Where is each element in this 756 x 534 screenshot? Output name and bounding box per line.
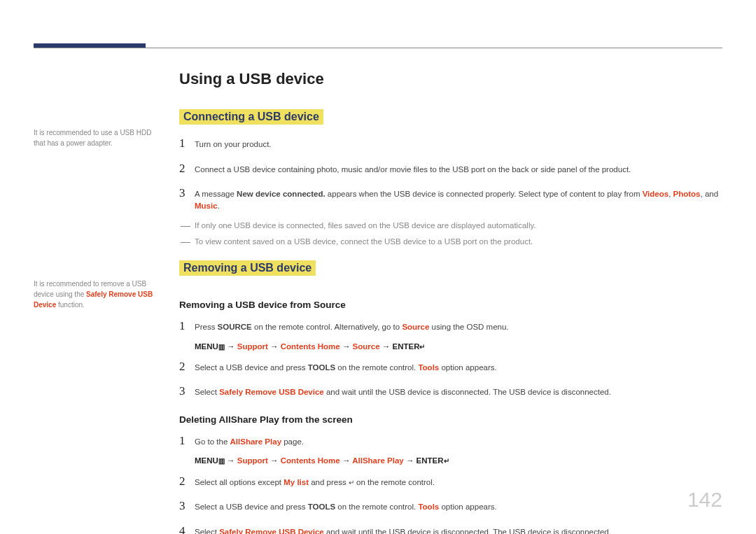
remove-step-1: 1 Press SOURCE on the remote control. Al… xyxy=(179,317,722,335)
nav-arrow: → xyxy=(340,456,352,465)
step-number: 1 xyxy=(179,134,195,153)
delete-step-4: 4 Select Safely Remove USB Device and wa… xyxy=(179,522,722,534)
step-text: Go to the AllShare Play page. xyxy=(195,436,722,448)
step3-bold: New device connected. xyxy=(237,190,326,198)
step-number: 3 xyxy=(179,184,195,202)
nav-allshare: AllShare Play xyxy=(352,456,404,465)
page-number: 142 xyxy=(687,488,722,512)
nav-contents: Contents Home xyxy=(281,342,340,351)
r2-red: Tools xyxy=(418,363,439,372)
d4-pre: Select xyxy=(195,528,219,534)
r2-post: option appears. xyxy=(439,363,496,372)
d1-red: AllShare Play xyxy=(230,437,282,446)
nav-arrow: → xyxy=(225,456,237,465)
r2-mid: on the remote control. xyxy=(335,363,418,372)
step-text: Turn on your product. xyxy=(195,139,722,150)
step-text: Select Safely Remove USB Device and wait… xyxy=(195,526,722,534)
step-number: 2 xyxy=(179,358,195,376)
nav-source: Source xyxy=(353,342,380,351)
remove-step-3: 3 Select Safely Remove USB Device and wa… xyxy=(179,382,722,400)
nav-enter: ENTER xyxy=(393,342,420,351)
step-number: 3 xyxy=(179,497,195,515)
enter-icon: ↵ xyxy=(444,458,449,465)
step3-c2: , and xyxy=(701,190,719,198)
r3-pre: Select xyxy=(195,388,219,396)
d2-mid: and press xyxy=(309,478,349,486)
subheading-removing-from-source: Removing a USB device from Source xyxy=(179,300,722,310)
step-text: Select all options except My list and pr… xyxy=(195,477,722,489)
d4-red: Safely Remove USB Device xyxy=(219,528,324,534)
step-number: 1 xyxy=(179,317,195,335)
nav-contents: Contents Home xyxy=(281,456,340,465)
section-heading-connecting: Connecting a USB device xyxy=(179,109,323,125)
r2-pre: Select a USB device and press xyxy=(195,363,308,372)
nav-support: Support xyxy=(237,342,268,351)
step-number: 3 xyxy=(179,382,195,400)
step-number: 1 xyxy=(179,432,195,450)
enter-icon: ↵ xyxy=(419,343,425,351)
step-text: Select a USB device and press TOOLS on t… xyxy=(195,501,722,513)
enter-icon: ↵ xyxy=(349,479,354,486)
step3-photos: Photos xyxy=(673,190,701,198)
step-number: 2 xyxy=(179,472,195,491)
menu-icon: ▥ xyxy=(218,458,225,465)
r1-post: using the OSD menu. xyxy=(429,323,508,331)
r1-pre: Press xyxy=(195,323,218,331)
nav-arrow: → xyxy=(268,456,281,465)
step3-mid: appears when the USB device is connected… xyxy=(326,190,643,198)
d3-bold: TOOLS xyxy=(308,503,335,511)
delete-step-1: 1 Go to the AllShare Play page. xyxy=(179,432,722,450)
nav-arrow: → xyxy=(268,342,281,351)
d2-red: My list xyxy=(284,478,309,486)
d1-pre: Go to the xyxy=(195,437,230,446)
step3-videos: Videos xyxy=(643,190,669,198)
nav-arrow: → xyxy=(225,342,237,351)
step-text: Connect a USB device containing photo, m… xyxy=(195,164,722,176)
r3-post: and wait until the USB device is disconn… xyxy=(324,388,611,396)
step-number: 2 xyxy=(179,160,195,178)
d3-red: Tools xyxy=(418,503,439,511)
connect-step-3: 3 A message New device connected. appear… xyxy=(179,184,722,213)
step3-pre: A message xyxy=(195,190,237,198)
r1-mid: on the remote control. Alternatively, go… xyxy=(252,323,402,331)
d2-pre: Select all options except xyxy=(195,478,284,486)
note-2: To view content saved on a USB device, c… xyxy=(185,236,722,248)
r1-red: Source xyxy=(402,323,429,331)
menu-icon: ▥ xyxy=(218,343,225,351)
r2-bold: TOOLS xyxy=(308,363,335,372)
step-text: Press SOURCE on the remote control. Alte… xyxy=(195,321,722,333)
d2-post: on the remote control. xyxy=(354,478,435,486)
nav-menu: MENU xyxy=(195,342,218,351)
nav-path-1: MENU▥ → Support → Contents Home → Source… xyxy=(195,342,722,351)
step-text: A message New device connected. appears … xyxy=(195,188,722,213)
delete-step-3: 3 Select a USB device and press TOOLS on… xyxy=(179,497,722,515)
header-rule xyxy=(34,48,722,48)
connect-step-1: 1 Turn on your product. xyxy=(179,134,722,153)
d4-post: and wait until the USB device is disconn… xyxy=(324,528,611,534)
step-text: Select Safely Remove USB Device and wait… xyxy=(195,386,722,398)
delete-step-2: 2 Select all options except My list and … xyxy=(179,472,722,491)
d3-pre: Select a USB device and press xyxy=(195,503,308,511)
nav-arrow: → xyxy=(404,456,416,465)
step-number: 4 xyxy=(179,522,195,534)
r1-bold: SOURCE xyxy=(218,323,252,331)
nav-enter: ENTER xyxy=(416,456,444,465)
step-text: Select a USB device and press TOOLS on t… xyxy=(195,362,722,374)
main-content: Using a USB device Connecting a USB devi… xyxy=(179,70,722,534)
nav-path-2: MENU▥ → Support → Contents Home → AllSha… xyxy=(195,456,722,465)
remove-step-2: 2 Select a USB device and press TOOLS on… xyxy=(179,358,722,376)
nav-arrow: → xyxy=(340,342,353,351)
sidenote-2-post: function. xyxy=(56,301,85,309)
section-heading-removing: Removing a USB device xyxy=(179,260,316,276)
step3-music: Music xyxy=(195,202,218,210)
page-title: Using a USB device xyxy=(179,70,722,88)
r3-red: Safely Remove USB Device xyxy=(219,388,324,396)
nav-arrow: → xyxy=(380,342,393,351)
note-1: If only one USB device is connected, fil… xyxy=(185,220,722,232)
step3-end: . xyxy=(218,202,220,210)
nav-support: Support xyxy=(237,456,268,465)
d3-post: option appears. xyxy=(439,503,496,511)
nav-menu: MENU xyxy=(195,456,218,465)
connect-step-2: 2 Connect a USB device containing photo,… xyxy=(179,160,722,178)
d3-mid: on the remote control. xyxy=(335,503,418,511)
